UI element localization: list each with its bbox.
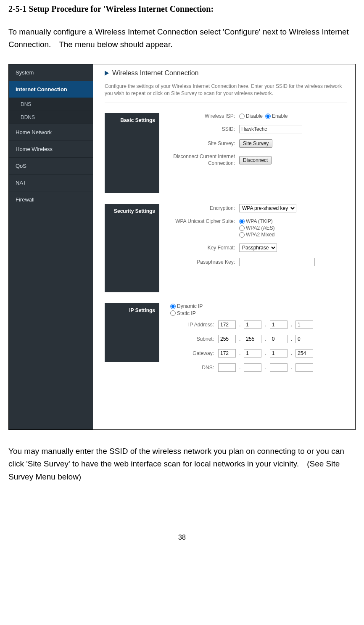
ip-address-label: IP Address:: [168, 322, 218, 328]
wireless-isp-disable[interactable]: Disable: [239, 113, 263, 119]
dynamic-ip-label: Dynamic IP: [177, 303, 203, 309]
cipher-label: WPA Unicast Cipher Suite:: [168, 218, 239, 225]
disconnect-label: Disconnect Current Internet Connection:: [168, 154, 239, 167]
disable-label: Disable: [246, 113, 263, 119]
page-number: 38: [8, 534, 356, 541]
sidebar-sub-ddns[interactable]: DDNS: [9, 111, 93, 124]
sidebar-item-internet-connection[interactable]: Internet Connection: [9, 81, 93, 98]
site-survey-button[interactable]: Site Survey: [239, 139, 272, 148]
embedded-screenshot: System Internet Connection DNS DDNS Home…: [8, 64, 356, 430]
sidebar-item-firewall[interactable]: Firewall: [9, 191, 93, 208]
ip-settings-header: IP Settings: [105, 303, 159, 362]
basic-settings-header: Basic Settings: [105, 113, 159, 193]
site-survey-label: Site Survey:: [168, 140, 239, 146]
ip-dynamic[interactable]: Dynamic IP: [170, 303, 203, 309]
cipher-wpa2-aes[interactable]: WPA2 (AES): [239, 225, 274, 231]
sidebar-item-home-wireless[interactable]: Home Wireless: [9, 141, 93, 158]
key-format-select[interactable]: Passphrase: [239, 244, 277, 252]
dns-oct-3[interactable]: [270, 363, 288, 372]
sidebar-sub-dns[interactable]: DNS: [9, 98, 93, 111]
section-heading: 2-5-1 Setup Procedure for 'Wireless Inte…: [8, 4, 356, 14]
outro-paragraph: You may manually enter the SSID of the w…: [8, 445, 356, 483]
cipher-opt-0: WPA (TKIP): [246, 218, 273, 224]
gateway-label: Gateway:: [168, 350, 218, 356]
ip-oct-3[interactable]: [270, 320, 288, 329]
sn-oct-3[interactable]: [270, 335, 288, 343]
security-settings-header: Security Settings: [105, 204, 159, 292]
ip-oct-4[interactable]: [295, 320, 313, 329]
page-description: Configure the settings of your Wireless …: [105, 83, 347, 103]
enable-label: Enable: [272, 113, 288, 119]
gw-oct-2[interactable]: [244, 349, 261, 358]
ssid-input[interactable]: [239, 125, 302, 133]
page-title: Wireless Internet Connection: [112, 69, 198, 77]
cipher-opt-1: WPA2 (AES): [246, 225, 274, 231]
cipher-wpa2-mixed[interactable]: WPA2 Mixed: [239, 232, 274, 238]
sn-oct-2[interactable]: [244, 335, 261, 343]
gw-oct-4[interactable]: [295, 349, 313, 358]
key-format-label: Key Format:: [168, 245, 239, 251]
cipher-opt-2: WPA2 Mixed: [246, 232, 274, 238]
ip-oct-1[interactable]: [218, 320, 236, 329]
dns-oct-4[interactable]: [295, 363, 313, 372]
sidebar: System Internet Connection DNS DDNS Home…: [9, 64, 93, 429]
ssid-label: SSID:: [168, 126, 239, 132]
gw-oct-3[interactable]: [270, 349, 288, 358]
dns-oct-1[interactable]: [218, 363, 236, 372]
intro-paragraph: To manually configure a Wireless Interne…: [8, 26, 356, 51]
gw-oct-1[interactable]: [218, 349, 236, 358]
subnet-label: Subnet:: [168, 336, 218, 342]
static-ip-label: Static IP: [177, 310, 196, 316]
sn-oct-1[interactable]: [218, 335, 236, 343]
ip-static[interactable]: Static IP: [170, 310, 196, 316]
sn-oct-4[interactable]: [295, 335, 313, 343]
passphrase-input[interactable]: [239, 258, 315, 266]
sidebar-item-qos[interactable]: QoS: [9, 158, 93, 175]
wireless-isp-label: Wireless ISP:: [168, 113, 239, 119]
encryption-label: Encryption:: [168, 205, 239, 211]
ip-oct-2[interactable]: [244, 320, 261, 329]
sidebar-item-system[interactable]: System: [9, 64, 93, 81]
cipher-wpa-tkip[interactable]: WPA (TKIP): [239, 218, 274, 224]
sidebar-item-home-network[interactable]: Home Network: [9, 124, 93, 141]
dns-oct-2[interactable]: [244, 363, 261, 372]
dns-label: DNS:: [168, 365, 218, 371]
passphrase-label: Passphrase Key:: [168, 259, 239, 265]
content-area: Wireless Internet Connection Configure t…: [93, 64, 355, 429]
sidebar-item-nat[interactable]: NAT: [9, 175, 93, 191]
wireless-isp-enable[interactable]: Enable: [265, 113, 288, 119]
disconnect-button[interactable]: Disconnect: [239, 156, 272, 164]
encryption-select[interactable]: WPA pre-shared key: [239, 204, 296, 212]
chevron-right-icon: [105, 71, 109, 76]
